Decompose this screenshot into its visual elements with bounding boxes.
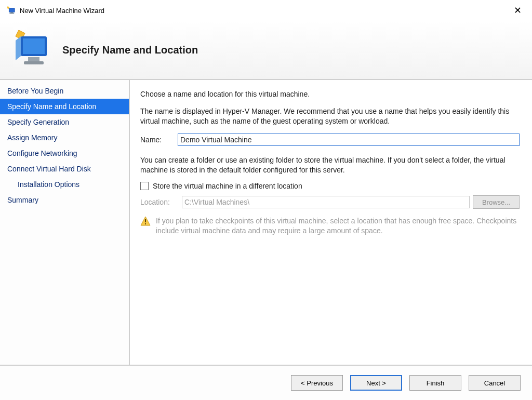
checkbox-icon — [140, 182, 149, 190]
wizard-window: New Virtual Machine Wizard ✕ Specify Nam… — [0, 0, 532, 400]
next-button[interactable]: Next > — [350, 375, 402, 391]
wizard-step-item[interactable]: Assign Memory — [0, 130, 129, 145]
titlebar: New Virtual Machine Wizard ✕ — [0, 0, 532, 21]
svg-rect-8 — [28, 57, 39, 61]
location-label: Location: — [140, 198, 182, 206]
wizard-step-item[interactable]: Connect Virtual Hard Disk — [0, 161, 129, 177]
window-title: New Virtual Machine Wizard — [20, 7, 104, 15]
cancel-button[interactable]: Cancel — [469, 375, 521, 391]
wizard-header: Specify Name and Location — [0, 21, 532, 80]
svg-rect-9 — [24, 61, 44, 64]
location-row: Location: Browse... — [140, 195, 520, 209]
name-label: Name: — [140, 135, 178, 144]
wizard-step-item[interactable]: Specify Generation — [0, 114, 129, 130]
warning-icon — [140, 216, 151, 226]
svg-rect-0 — [9, 8, 15, 12]
app-icon — [6, 6, 16, 15]
svg-marker-7 — [16, 36, 21, 60]
wizard-step-item[interactable]: Summary — [0, 192, 129, 208]
wizard-step-item[interactable]: Installation Options — [0, 177, 129, 192]
svg-rect-12 — [145, 223, 146, 224]
location-help-text: You can create a folder or use an existi… — [140, 155, 520, 175]
svg-rect-6 — [23, 38, 45, 54]
svg-rect-2 — [9, 13, 14, 14]
browse-button: Browse... — [473, 195, 520, 209]
wizard-steps-sidebar: Before You BeginSpecify Name and Locatio… — [0, 80, 130, 365]
name-field-row: Name: — [140, 134, 520, 146]
wizard-step-item[interactable]: Before You Begin — [0, 83, 129, 99]
warning-row: If you plan to take checkpoints of this … — [140, 216, 520, 236]
vm-icon — [9, 29, 51, 71]
location-input — [182, 196, 470, 208]
content-pane: Choose a name and location for this virt… — [130, 80, 532, 365]
vm-name-input[interactable] — [178, 134, 520, 146]
svg-rect-1 — [10, 12, 13, 14]
close-icon[interactable]: ✕ — [510, 4, 526, 17]
wizard-body: Before You BeginSpecify Name and Locatio… — [0, 80, 532, 365]
svg-rect-11 — [145, 219, 146, 222]
store-checkbox-label: Store the virtual machine in a different… — [153, 182, 302, 190]
wizard-step-item[interactable]: Configure Networking — [0, 145, 129, 161]
name-help-text: The name is displayed in Hyper-V Manager… — [140, 106, 520, 126]
previous-button[interactable]: < Previous — [291, 375, 343, 391]
intro-text: Choose a name and location for this virt… — [140, 89, 520, 99]
finish-button[interactable]: Finish — [409, 375, 461, 391]
wizard-step-item[interactable]: Specify Name and Location — [0, 99, 129, 114]
warning-text: If you plan to take checkpoints of this … — [156, 216, 520, 236]
page-heading: Specify Name and Location — [62, 44, 198, 56]
store-different-location-checkbox[interactable]: Store the virtual machine in a different… — [140, 182, 520, 190]
wizard-footer: < Previous Next > Finish Cancel — [0, 365, 532, 400]
